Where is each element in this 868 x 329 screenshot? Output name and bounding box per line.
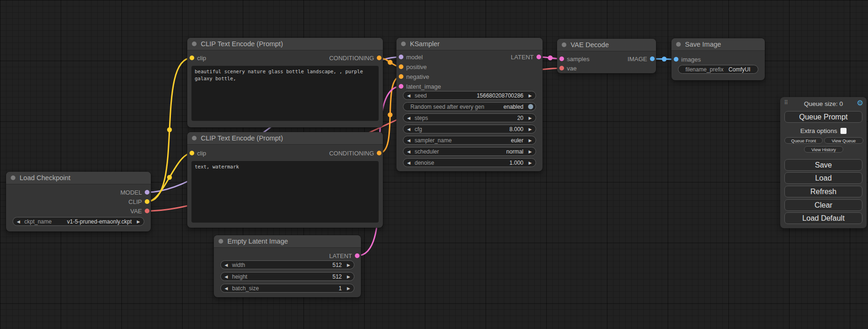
node-collapse-dot[interactable] <box>401 42 406 46</box>
increment-arrow-icon[interactable]: ▶ <box>529 115 532 122</box>
node-collapse-dot[interactable] <box>219 239 223 244</box>
clear-button[interactable]: Clear <box>784 199 862 211</box>
input-row-latent_image: latent_image <box>396 83 543 90</box>
widget-label: cfg <box>415 126 422 133</box>
widget-cfg[interactable]: ◀cfg8.000▶ <box>403 125 536 133</box>
decrement-arrow-icon[interactable]: ◀ <box>225 262 228 269</box>
node-collapse-dot[interactable] <box>192 42 197 46</box>
widget-filename_prefix[interactable]: filename_prefixComfyUI <box>678 65 758 74</box>
output-port-VAE[interactable] <box>145 209 149 213</box>
decrement-arrow-icon[interactable]: ◀ <box>407 137 410 144</box>
node-empty-latent-image[interactable]: Empty Latent ImageLATENT◀width512▶◀heigh… <box>214 235 361 297</box>
output-port-LATENT[interactable] <box>355 253 360 258</box>
decrement-arrow-icon[interactable]: ◀ <box>225 285 228 292</box>
increment-arrow-icon[interactable]: ▶ <box>529 160 532 167</box>
decrement-arrow-icon[interactable]: ◀ <box>407 160 410 167</box>
node-titlebar[interactable]: KSampler <box>396 38 543 50</box>
node-collapse-dot[interactable] <box>562 42 566 47</box>
node-titlebar[interactable]: Empty Latent Image <box>214 235 361 248</box>
widget-random-seed-after-every-gen[interactable]: Random seed after every genenabled <box>403 102 536 111</box>
input-port-images[interactable] <box>674 57 678 62</box>
toggle-knob-icon[interactable] <box>528 104 533 109</box>
output-port-CLIP[interactable] <box>145 199 149 204</box>
queue-panel[interactable]: ⠿ Queue size: 0 ⚙ Queue Prompt Extra opt… <box>780 97 867 228</box>
extra-options-label: Extra options <box>800 127 837 134</box>
node-titlebar[interactable]: CLIP Text Encode (Prompt) <box>187 38 383 50</box>
widget-batch_size[interactable]: ◀batch_size1▶ <box>220 284 354 293</box>
node-title: CLIP Text Encode (Prompt) <box>201 40 283 48</box>
decrement-arrow-icon[interactable]: ◀ <box>225 273 228 280</box>
increment-arrow-icon[interactable]: ▶ <box>347 273 350 280</box>
widget-value: normal <box>506 148 523 155</box>
node-title: VAE Decode <box>571 41 609 49</box>
node-titlebar[interactable]: Save Image <box>671 38 765 51</box>
node-clip-text-encode-negative[interactable]: CLIP Text Encode (Prompt)clipCONDITIONIN… <box>187 132 383 228</box>
view-history-button[interactable]: View History <box>804 146 843 153</box>
output-port-label: VAE <box>130 208 142 215</box>
node-title: Save Image <box>685 41 721 48</box>
increment-arrow-icon[interactable]: ▶ <box>347 285 350 292</box>
input-port-positive[interactable] <box>399 64 403 69</box>
node-save-image[interactable]: Save Imageimagesfilename_prefixComfyUI <box>671 38 765 80</box>
extra-options-checkbox[interactable] <box>840 128 847 134</box>
node-titlebar[interactable]: CLIP Text Encode (Prompt) <box>187 132 383 145</box>
node-titlebar[interactable]: Load Checkpoint <box>6 172 151 184</box>
node-vae-decode[interactable]: VAE DecodesamplesvaeIMAGE <box>557 39 656 73</box>
widget-value: v1-5-pruned-emaonly.ckpt <box>67 218 132 225</box>
input-port-vae[interactable] <box>559 66 564 70</box>
save-button[interactable]: Save <box>784 159 862 171</box>
output-port-MODEL[interactable] <box>145 190 149 195</box>
widget-width[interactable]: ◀width512▶ <box>220 260 354 269</box>
widget-label: scheduler <box>415 148 439 155</box>
increment-arrow-icon[interactable]: ▶ <box>347 262 350 269</box>
output-port-CONDITIONING[interactable] <box>377 151 381 155</box>
decrement-arrow-icon[interactable]: ◀ <box>407 148 410 155</box>
widget-label: filename_prefix <box>685 66 723 73</box>
widget-value: 8.000 <box>509 126 523 133</box>
decrement-arrow-icon[interactable]: ◀ <box>407 92 410 99</box>
input-port-negative[interactable] <box>399 74 403 79</box>
node-ksampler[interactable]: KSamplermodelpositivenegativelatent_imag… <box>396 38 543 171</box>
output-row-VAE: VAE <box>6 207 151 215</box>
queue-front-button[interactable]: Queue Front <box>784 137 823 144</box>
increment-arrow-icon[interactable]: ▶ <box>529 148 532 155</box>
prompt-textarea[interactable]: beautiful scenery nature glass bottle la… <box>191 66 379 121</box>
output-port-LATENT[interactable] <box>536 55 541 59</box>
load-default-button[interactable]: Load Default <box>784 212 862 224</box>
refresh-button[interactable]: Refresh <box>784 186 862 197</box>
decrement-arrow-icon[interactable]: ◀ <box>407 126 410 133</box>
prompt-textarea[interactable]: text, watermark <box>191 161 379 223</box>
node-title: Empty Latent Image <box>227 238 288 245</box>
node-collapse-dot[interactable] <box>676 42 681 47</box>
widget-steps[interactable]: ◀steps20▶ <box>403 113 536 122</box>
decrement-arrow-icon[interactable]: ◀ <box>407 115 410 122</box>
load-button[interactable]: Load <box>784 172 862 184</box>
widget-sampler_name[interactable]: ◀sampler_nameeuler▶ <box>403 136 536 145</box>
queue-prompt-button[interactable]: Queue Prompt <box>784 111 862 123</box>
decrement-arrow-icon[interactable]: ◀ <box>17 218 20 225</box>
view-queue-button[interactable]: View Queue <box>824 137 863 144</box>
widget-height[interactable]: ◀height512▶ <box>220 272 354 281</box>
increment-arrow-icon[interactable]: ▶ <box>529 92 532 99</box>
node-load-checkpoint[interactable]: Load CheckpointMODELCLIPVAE◀ckpt_namev1-… <box>6 172 151 231</box>
settings-gear-icon[interactable]: ⚙ <box>857 99 863 107</box>
node-titlebar[interactable]: VAE Decode <box>557 39 656 51</box>
increment-arrow-icon[interactable]: ▶ <box>137 218 140 225</box>
comfyui-canvas[interactable]: { "nodes": [ { "id": "load-checkpoint", … <box>0 0 868 329</box>
extra-options-row: Extra options <box>780 126 867 135</box>
increment-arrow-icon[interactable]: ▶ <box>529 126 532 133</box>
widget-ckpt_name[interactable]: ◀ckpt_namev1-5-pruned-emaonly.ckpt▶ <box>13 217 144 226</box>
input-row-negative: negative <box>396 73 543 80</box>
node-collapse-dot[interactable] <box>11 175 15 180</box>
widget-label: Random seed after every gen <box>410 104 484 110</box>
widget-seed[interactable]: ◀seed156680208700286▶ <box>403 91 536 100</box>
input-port-latent_image[interactable] <box>399 84 403 89</box>
node-collapse-dot[interactable] <box>192 136 197 140</box>
widget-denoise[interactable]: ◀denoise1.000▶ <box>403 158 536 167</box>
output-port-CONDITIONING[interactable] <box>377 56 381 60</box>
output-port-label: IMAGE <box>628 56 647 63</box>
node-clip-text-encode-positive[interactable]: CLIP Text Encode (Prompt)clipCONDITIONIN… <box>187 38 383 127</box>
output-port-IMAGE[interactable] <box>650 56 655 61</box>
increment-arrow-icon[interactable]: ▶ <box>529 137 532 144</box>
widget-scheduler[interactable]: ◀schedulernormal▶ <box>403 147 536 156</box>
